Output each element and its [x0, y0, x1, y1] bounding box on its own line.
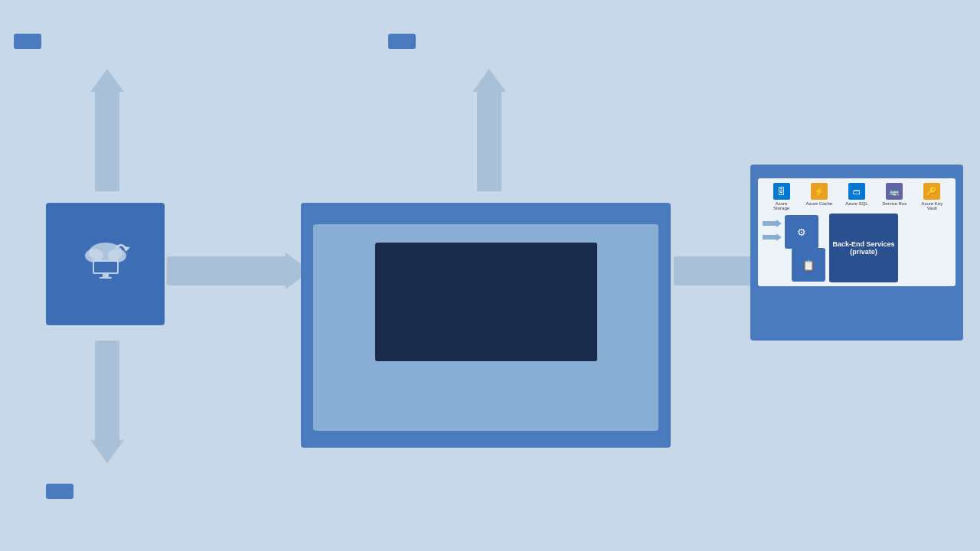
- pp-icons-row: 🗄 Azure Storage ⚡ Azure Cache 🗃 Azure SQ…: [763, 183, 951, 210]
- pp-icon-storage: 🗄 Azure Storage: [768, 183, 795, 210]
- arrow-browser-to-frontend: [167, 253, 310, 289]
- pp-icon-servicebus: 🚌 Service Bus: [880, 183, 908, 210]
- aspnet-box: [375, 243, 597, 361]
- pp-internal-box: 📋: [792, 248, 825, 282]
- keyvault-icon: 🔑: [923, 183, 940, 200]
- pp-mini-arrow-2: [763, 233, 782, 241]
- arrow-up-active-directory: [472, 69, 506, 191]
- internal-icon: 📋: [802, 259, 815, 271]
- app-service-environment: [313, 224, 658, 431]
- active-directory-label: [388, 34, 416, 49]
- pp-icon-cache: ⚡ Azure Cache: [805, 183, 833, 210]
- pp-icon-sql: 🗃 Azure SQL: [843, 183, 871, 210]
- svg-marker-3: [123, 246, 130, 251]
- cache-icon: ⚡: [811, 183, 828, 200]
- svg-rect-7: [100, 277, 112, 279]
- pp-small-arrows: [763, 220, 782, 241]
- servicebus-icon: 🚌: [886, 183, 903, 200]
- browser-box: [46, 203, 165, 325]
- pp-mini-arrow-1: [763, 220, 782, 227]
- management-icon: ⚙: [797, 227, 806, 238]
- pp-icon-keyvault: 🔑 Azure Key Vault: [918, 183, 946, 210]
- svg-rect-5: [94, 262, 117, 272]
- pp-backend-services-box: Back-End Services(private): [829, 214, 898, 282]
- pp-management-box: ⚙: [785, 215, 818, 249]
- sql-icon: 🗃: [848, 183, 865, 200]
- cdn-label: [46, 484, 74, 499]
- arrow-up-traffic-manager: [90, 69, 124, 191]
- traffic-manager-label: [14, 34, 41, 49]
- power-platform-cluster: 🗄 Azure Storage ⚡ Azure Cache 🗃 Azure SQ…: [750, 165, 963, 341]
- storage-icon: 🗄: [773, 183, 790, 200]
- power-platform-inner: 🗄 Azure Storage ⚡ Azure Cache 🗃 Azure SQ…: [758, 178, 956, 286]
- browser-icon: [79, 237, 132, 287]
- arrow-down-cdn: [90, 341, 124, 463]
- svg-rect-6: [103, 274, 109, 277]
- web-frontend-cluster: [301, 203, 671, 448]
